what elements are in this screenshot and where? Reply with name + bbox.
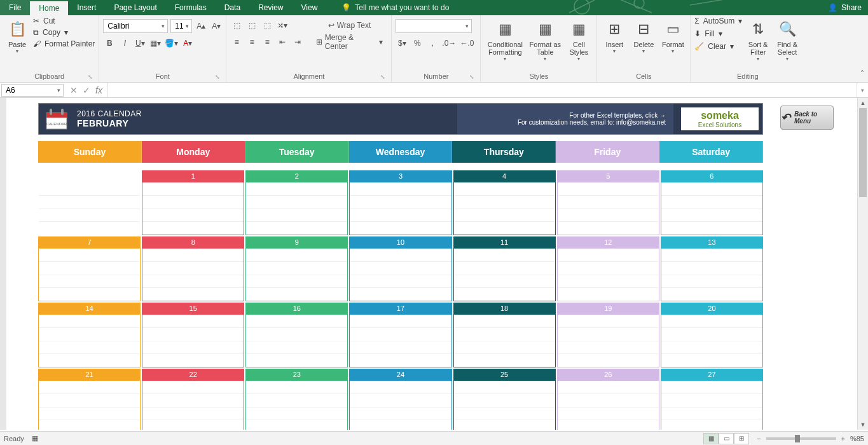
- day-lines[interactable]: [557, 314, 659, 367]
- calendar-day[interactable]: 22: [142, 369, 244, 430]
- day-lines[interactable]: [661, 380, 763, 430]
- accounting-format-button[interactable]: $▾: [396, 37, 408, 50]
- day-lines[interactable]: [142, 248, 244, 301]
- calendar-day[interactable]: 3: [349, 170, 451, 235]
- align-right-button[interactable]: ≡: [261, 36, 273, 48]
- page-layout-view-button[interactable]: ▭: [719, 433, 734, 444]
- increase-decimal-button[interactable]: .0→: [441, 37, 457, 50]
- calendar-day[interactable]: 13: [661, 236, 763, 301]
- tab-file[interactable]: File: [0, 0, 30, 15]
- day-lines[interactable]: [349, 314, 451, 367]
- calendar-day[interactable]: 27: [661, 369, 763, 430]
- calendar-day[interactable]: 23: [245, 369, 348, 430]
- format-painter-button[interactable]: 🖌Format Painter: [33, 39, 95, 48]
- day-lines[interactable]: [38, 182, 141, 235]
- day-lines[interactable]: [245, 314, 348, 367]
- day-lines[interactable]: [38, 380, 141, 430]
- scroll-down-arrow[interactable]: ▼: [858, 420, 868, 430]
- decrease-decimal-button[interactable]: ←.0: [459, 37, 474, 50]
- dialog-launcher-icon[interactable]: ⤡: [214, 74, 221, 80]
- align-bottom-button[interactable]: ⬚: [261, 19, 273, 32]
- formula-input[interactable]: [108, 83, 857, 97]
- calendar-day[interactable]: 20: [661, 303, 763, 367]
- autosum-button[interactable]: ΣAutoSum ▾: [694, 17, 742, 25]
- italic-button[interactable]: I: [118, 37, 131, 50]
- merge-center-button[interactable]: ⊞ Merge & Center ▾: [312, 36, 387, 48]
- font-color-button[interactable]: A▾: [181, 37, 194, 50]
- day-lines[interactable]: [557, 380, 659, 430]
- number-format-select[interactable]: [396, 19, 472, 33]
- calendar-day[interactable]: 7: [38, 236, 141, 301]
- fill-button[interactable]: ⬇Fill ▾: [694, 29, 742, 38]
- cancel-formula-button[interactable]: ✕: [70, 85, 78, 95]
- align-center-button[interactable]: ≡: [245, 36, 258, 48]
- day-lines[interactable]: [557, 248, 659, 301]
- fx-icon[interactable]: fx: [95, 85, 102, 95]
- calendar-day[interactable]: 9: [245, 236, 348, 301]
- format-as-table-button[interactable]: ▦Format as Table▾: [528, 17, 562, 64]
- insert-cells-button[interactable]: ⊞Insert▾: [601, 17, 628, 57]
- calendar-day[interactable]: 18: [453, 303, 556, 367]
- calendar-day[interactable]: 17: [349, 303, 451, 367]
- calendar-day[interactable]: 5: [557, 170, 659, 235]
- day-lines[interactable]: [453, 380, 556, 430]
- vertical-scrollbar[interactable]: ▲ ▼: [857, 98, 868, 430]
- calendar-day[interactable]: 4: [453, 170, 556, 235]
- day-lines[interactable]: [142, 182, 244, 235]
- calendar-day[interactable]: 1: [142, 170, 244, 235]
- dialog-launcher-icon[interactable]: ⤡: [469, 74, 475, 80]
- day-lines[interactable]: [142, 380, 244, 430]
- paste-button[interactable]: 📋 Paste ▾: [4, 17, 31, 57]
- align-top-button[interactable]: ⬚: [230, 19, 243, 32]
- borders-button[interactable]: ▦▾: [149, 37, 162, 50]
- day-lines[interactable]: [661, 248, 763, 301]
- zoom-level[interactable]: %85: [850, 435, 864, 442]
- enter-formula-button[interactable]: ✓: [83, 85, 90, 95]
- day-lines[interactable]: [349, 380, 451, 430]
- align-middle-button[interactable]: ⬚: [245, 19, 258, 32]
- format-cells-button[interactable]: ▭Format▾: [659, 17, 686, 57]
- tab-formulas[interactable]: Formulas: [166, 0, 216, 15]
- zoom-slider[interactable]: [766, 437, 836, 440]
- tab-review[interactable]: Review: [249, 0, 292, 15]
- macro-record-icon[interactable]: ▦: [32, 434, 38, 442]
- calendar-day[interactable]: 26: [557, 369, 659, 430]
- scroll-up-arrow[interactable]: ▲: [858, 98, 868, 108]
- align-left-button[interactable]: ≡: [230, 36, 243, 48]
- cell-styles-button[interactable]: ▦Cell Styles▾: [565, 17, 593, 64]
- back-to-menu-button[interactable]: ↶ Back to Menu: [780, 106, 834, 130]
- percent-format-button[interactable]: %: [411, 37, 424, 50]
- day-lines[interactable]: [557, 182, 659, 235]
- calendar-day[interactable]: 21: [38, 369, 141, 430]
- calendar-day[interactable]: 16: [245, 303, 348, 367]
- calendar-day[interactable]: 14: [38, 303, 141, 367]
- name-box[interactable]: A6: [1, 84, 64, 97]
- calendar-day[interactable]: 19: [557, 303, 659, 367]
- calendar-day[interactable]: 8: [142, 236, 244, 301]
- wrap-text-button[interactable]: ↩ Wrap Text: [312, 19, 387, 32]
- font-size-select[interactable]: 11: [170, 19, 192, 33]
- sort-filter-button[interactable]: ⇅Sort & Filter▾: [745, 17, 771, 64]
- tab-page-layout[interactable]: Page Layout: [105, 0, 165, 15]
- zoom-handle[interactable]: [795, 435, 800, 442]
- delete-cells-button[interactable]: ⊟Delete▾: [630, 17, 657, 57]
- page-break-view-button[interactable]: ⊞: [734, 433, 749, 444]
- decrease-indent-button[interactable]: ⇤: [276, 36, 289, 48]
- fill-color-button[interactable]: 🪣▾: [164, 37, 179, 50]
- calendar-day[interactable]: 6: [661, 170, 763, 235]
- zoom-out-button[interactable]: −: [757, 435, 761, 442]
- calendar-day[interactable]: [38, 170, 141, 235]
- orientation-button[interactable]: ⤭▾: [276, 19, 289, 32]
- day-lines[interactable]: [349, 248, 451, 301]
- calendar-day[interactable]: 12: [557, 236, 659, 301]
- calendar-day[interactable]: 15: [142, 303, 244, 367]
- tell-me-search[interactable]: 💡Tell me what you want to do: [333, 0, 458, 15]
- underline-button[interactable]: U▾: [134, 37, 146, 50]
- copy-button[interactable]: ⧉Copy ▾: [33, 28, 95, 37]
- cut-button[interactable]: ✂Cut: [33, 17, 95, 25]
- calendar-day[interactable]: 11: [453, 236, 556, 301]
- normal-view-button[interactable]: ▦: [703, 433, 719, 444]
- sheet-content[interactable]: ↶ Back to Menu CALENDAR 2016 CALENDAR FE…: [6, 98, 868, 430]
- clear-button[interactable]: 🧹Clear ▾: [694, 42, 742, 51]
- day-lines[interactable]: [245, 380, 348, 430]
